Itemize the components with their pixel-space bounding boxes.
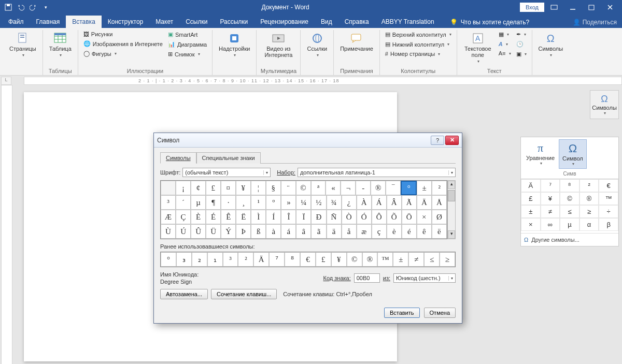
char-cell[interactable]: µ [191,195,206,210]
char-cell[interactable]: ° [401,181,417,195]
char-cell[interactable]: è [387,224,402,239]
char-cell[interactable]: â [296,224,311,239]
char-cell[interactable]: · [221,195,236,210]
scroll-thumb[interactable] [448,190,455,201]
minimize-icon[interactable] [564,1,582,13]
char-cell[interactable]: ¦ [251,181,266,195]
tab-special-chars[interactable]: Специальные знаки [196,152,261,164]
wordart-button[interactable]: A▾ [497,40,513,48]
login-button[interactable]: Вход [520,3,544,12]
char-cell[interactable]: Ï [296,210,311,224]
tab-рассылки[interactable]: Рассылки [214,16,254,28]
char-cell[interactable]: Ë [236,210,251,224]
char-cell[interactable]: ¼ [296,195,311,210]
screenshot-button[interactable]: ⊞Снимок▾ [166,50,209,59]
quick-symbol-cell[interactable]: © [560,192,579,205]
char-cell[interactable]: å [342,224,357,239]
recent-char-cell[interactable]: ≠ [408,252,424,267]
char-cell[interactable]: é [402,224,417,239]
cancel-button[interactable]: Отмена [424,308,456,318]
char-cell[interactable]: ç [372,224,387,239]
quick-symbol-cell[interactable]: α [579,218,599,231]
ribbon-options-icon[interactable] [545,1,563,13]
symbols-group-button[interactable]: ΩСимволы▾ [590,90,619,119]
tab-ссылки[interactable]: Ссылки [179,16,214,28]
recent-char-cell[interactable]: ₁ [207,252,223,267]
char-cell[interactable]: É [206,210,221,224]
undo-icon[interactable] [16,2,26,12]
char-cell[interactable]: ä [327,224,342,239]
char-cell[interactable]: Õ [387,210,402,224]
tab-макет[interactable]: Макет [149,16,179,28]
quick-symbol-cell[interactable]: ÷ [599,205,618,218]
tab-файл[interactable]: Файл [2,16,30,28]
char-cell[interactable]: Ñ [327,210,342,224]
quick-symbol-cell[interactable]: ™ [599,192,618,205]
char-cell[interactable]: Ü [206,224,221,239]
char-cell[interactable]: « [326,181,341,195]
dropcap-button[interactable]: A≡▾ [497,49,513,57]
char-cell[interactable]: ë [432,224,447,239]
pictures-button[interactable]: 🖼Рисунки [81,30,165,38]
online-pictures-button[interactable]: 🌐Изображения в Интернете [81,39,165,48]
recent-char-cell[interactable]: ± [393,252,408,267]
more-symbols-button[interactable]: ΩДругие символы... [521,233,618,246]
char-cell[interactable]: ‾ [386,181,401,195]
char-cell[interactable]: ´ [176,195,191,210]
char-cell[interactable]: Ö [402,210,417,224]
quick-symbol-cell[interactable]: µ [560,218,579,231]
autocorrect-button[interactable]: Автозамена... [160,289,208,299]
quick-parts-button[interactable]: ▦▾ [497,30,513,39]
symbol-button[interactable]: ΩСимвол▾ [559,139,587,169]
char-cell[interactable]: ã [311,224,326,239]
char-cell[interactable]: á [281,224,296,239]
quick-symbol-cell[interactable]: ² [579,179,599,192]
recent-char-cell[interactable]: ₃ [176,252,192,267]
char-cell[interactable]: Ê [221,210,236,224]
shortcut-key-button[interactable]: Сочетание клавиш... [211,289,277,299]
char-cell[interactable]: Ì [251,210,266,224]
quick-symbol-cell[interactable]: ≠ [541,205,560,218]
vertical-ruler[interactable] [1,85,12,364]
char-cell[interactable]: ® [371,181,386,195]
date-time-button[interactable]: 🕒 [514,40,529,49]
comment-button[interactable]: Примечание [337,30,376,54]
tab-главная[interactable]: Главная [30,16,66,28]
signature-line-button[interactable]: ✒▾ [514,30,529,39]
quick-symbol-cell[interactable]: Ä [521,179,541,192]
char-cell[interactable]: Ý [221,224,236,239]
quick-symbol-cell[interactable]: ≥ [579,205,599,218]
object-button[interactable]: ▣▾ [514,50,529,59]
recent-char-cell[interactable]: ® [362,252,378,267]
char-cell[interactable]: ß [251,224,266,239]
recent-char-cell[interactable]: ¥ [331,252,347,267]
table-button[interactable]: Таблица▾ [46,30,75,60]
addins-button[interactable]: Надстройки▾ [216,30,253,60]
char-cell[interactable]: ¶ [206,195,221,210]
char-cell[interactable]: ª [311,181,326,195]
quick-symbol-cell[interactable]: β [599,218,618,231]
char-cell[interactable]: Û [191,224,206,239]
links-button[interactable]: Ссылки▾ [304,30,330,60]
char-cell[interactable]: Ø [432,210,447,224]
char-cell[interactable]: ³ [161,195,176,210]
char-cell[interactable]: Ú [176,224,191,239]
equation-button[interactable]: πУравнение▾ [523,139,558,169]
recent-char-cell[interactable]: € [300,252,316,267]
quick-symbol-cell[interactable]: £ [521,192,541,205]
quick-symbol-cell[interactable]: × [521,218,541,231]
char-cell[interactable]: ê [417,224,432,239]
quick-symbol-cell[interactable]: ¥ [541,192,560,205]
char-cell[interactable]: Î [281,210,296,224]
horizontal-ruler[interactable]: 2 · 1 · | · 1 · 2 · 3 · 4 · 5 · 6 · 7 · … [24,77,622,85]
textbox-button[interactable]: AТекстовое поле▾ [460,30,496,66]
char-cell[interactable]: Â [387,195,402,210]
char-cell[interactable]: ¾ [327,195,342,210]
quick-symbol-cell[interactable]: ≤ [560,205,579,218]
recent-char-cell[interactable]: ⁷ [269,252,285,267]
page-number-button[interactable]: #Номер страницы▾ [383,50,454,58]
redo-icon[interactable] [28,2,38,12]
qat-customize-icon[interactable]: ▾ [40,2,51,12]
char-cell[interactable]: Ò [342,210,357,224]
recent-char-cell[interactable]: ≤ [424,252,440,267]
